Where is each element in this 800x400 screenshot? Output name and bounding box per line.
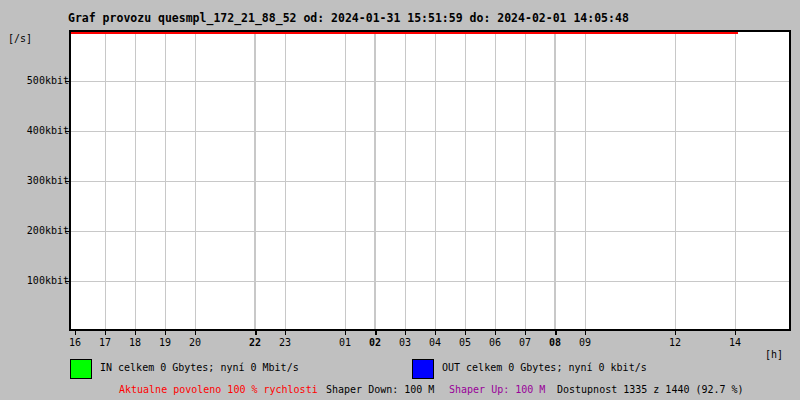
status-shaper-up: Shaper Up: 100 M <box>449 384 545 395</box>
v-gridline-03 <box>405 32 406 329</box>
x-tick-mark <box>495 331 496 335</box>
h-gridline-300kbit <box>71 181 789 182</box>
v-gridline-22 <box>254 32 256 329</box>
in-legend-label: IN celkem 0 Gbytes; nyní 0 Mbit/s <box>100 362 299 373</box>
y-tick-mark <box>65 131 69 132</box>
x-tick-mark <box>525 331 526 335</box>
y-tick-label-300kbit: 300kbit <box>27 175 69 186</box>
in-legend-swatch <box>70 359 92 379</box>
x-tick-mark <box>435 331 436 335</box>
y-tick-label-100kbit: 100kbit <box>27 275 69 286</box>
x-tick-label-16: 16 <box>69 337 81 348</box>
y-tick-mark <box>65 281 69 282</box>
y-tick-label-200kbit: 200kbit <box>27 225 69 236</box>
v-gridline-19 <box>165 32 166 329</box>
y-tick-mark <box>65 231 69 232</box>
x-tick-mark <box>255 331 257 335</box>
x-tick-mark <box>405 331 406 335</box>
x-tick-mark <box>585 331 586 335</box>
x-tick-label-04: 04 <box>429 337 441 348</box>
v-gridline-23 <box>285 32 286 329</box>
v-gridline-12 <box>675 32 676 329</box>
x-tick-mark <box>555 331 557 335</box>
x-tick-mark <box>465 331 466 335</box>
shaper-limit-line <box>71 32 738 34</box>
x-tick-label-08: 08 <box>549 337 561 348</box>
h-gridline-400kbit <box>71 131 789 132</box>
y-tick-label-500kbit: 500kbit <box>27 75 69 86</box>
x-tick-label-07: 07 <box>519 337 531 348</box>
v-gridline-01 <box>345 32 346 329</box>
v-gridline-05 <box>465 32 466 329</box>
x-tick-mark <box>675 331 676 335</box>
v-gridline-20 <box>195 32 196 329</box>
x-tick-label-23: 23 <box>279 337 291 348</box>
status-availability: Dostupnost 1335 z 1440 (92.7 %) <box>557 384 744 395</box>
v-gridline-08 <box>554 32 556 329</box>
x-tick-label-03: 03 <box>399 337 411 348</box>
h-gridline-100kbit <box>71 281 789 282</box>
x-tick-mark <box>135 331 136 335</box>
x-tick-mark <box>735 331 736 335</box>
x-tick-label-05: 05 <box>459 337 471 348</box>
v-gridline-04 <box>435 32 436 329</box>
y-tick-mark <box>65 81 69 82</box>
plot-area <box>69 30 791 331</box>
v-gridline-18 <box>135 32 136 329</box>
status-shaper-down: Shaper Down: 100 M <box>326 384 434 395</box>
x-axis-unit-label: [h] <box>765 349 783 360</box>
x-tick-mark <box>285 331 286 335</box>
out-legend-swatch <box>412 359 434 379</box>
x-tick-mark <box>75 331 76 335</box>
x-tick-label-12: 12 <box>669 337 681 348</box>
x-tick-label-22: 22 <box>249 337 261 348</box>
x-tick-label-02: 02 <box>369 337 381 348</box>
status-allowed-speed: Aktualne povoleno 100 % rychlosti <box>119 384 318 395</box>
v-gridline-09 <box>585 32 586 329</box>
x-tick-mark <box>195 331 196 335</box>
x-tick-label-01: 01 <box>339 337 351 348</box>
out-legend-label: OUT celkem 0 Gbytes; nyní 0 kbit/s <box>442 362 647 373</box>
v-gridline-07 <box>525 32 526 329</box>
x-tick-label-18: 18 <box>129 337 141 348</box>
x-tick-mark <box>105 331 106 335</box>
h-gridline-500kbit <box>71 81 789 82</box>
v-gridline-17 <box>105 32 106 329</box>
x-tick-mark <box>375 331 377 335</box>
y-tick-mark <box>65 181 69 182</box>
x-tick-label-17: 17 <box>99 337 111 348</box>
v-gridline-14 <box>735 32 736 329</box>
x-tick-label-19: 19 <box>159 337 171 348</box>
x-tick-label-06: 06 <box>489 337 501 348</box>
v-gridline-06 <box>495 32 496 329</box>
y-tick-label-400kbit: 400kbit <box>27 125 69 136</box>
h-gridline-200kbit <box>71 231 789 232</box>
v-gridline-02 <box>374 32 376 329</box>
x-tick-label-20: 20 <box>189 337 201 348</box>
x-tick-mark <box>165 331 166 335</box>
x-tick-label-09: 09 <box>579 337 591 348</box>
x-tick-mark <box>345 331 346 335</box>
chart-title: Graf provozu quesmpl_172_21_88_52 od: 20… <box>68 11 629 25</box>
y-axis-unit-label: [/s] <box>8 33 32 44</box>
x-tick-label-14: 14 <box>729 337 741 348</box>
